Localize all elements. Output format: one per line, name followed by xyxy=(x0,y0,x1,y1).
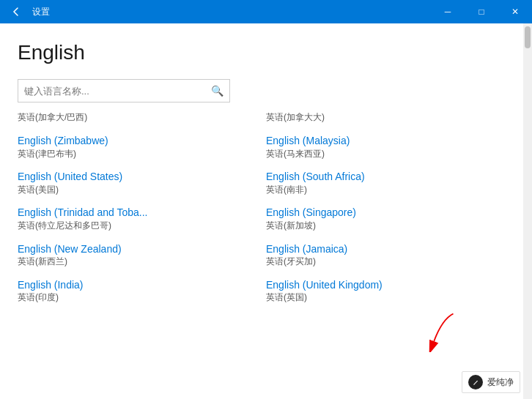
search-box[interactable]: 🔍 xyxy=(18,79,230,102)
list-item[interactable]: English (Singapore) 英语(新加坡) xyxy=(266,201,514,236)
list-item[interactable]: English (South Africa) 英语(南非) xyxy=(266,165,514,200)
main-content: English 🔍 英语(加拿大/巴西) 英语(加拿大大) English (Z… xyxy=(0,23,532,399)
lang-name-left[interactable]: English (India) xyxy=(18,278,260,293)
list-item[interactable]: English (Trinidad and Toba... 英语(特立尼达和多巴… xyxy=(18,201,266,236)
minimize-button[interactable]: ─ xyxy=(431,0,465,23)
maximize-button[interactable]: □ xyxy=(465,0,498,23)
scrollbar[interactable] xyxy=(523,23,532,399)
lang-native-left: 英语(新西兰) xyxy=(18,256,260,268)
watermark-text: 爱纯净 xyxy=(487,376,514,389)
list-item[interactable]: English (Jamaica) 英语(牙买加) xyxy=(266,238,514,272)
list-item[interactable]: English (United States) 英语(美国) xyxy=(18,165,266,200)
lang-name-left[interactable]: English (Zimbabwe) xyxy=(18,134,260,149)
list-item[interactable]: English (India) 英语(印度) xyxy=(18,274,266,308)
scroll-thumb[interactable] xyxy=(525,26,531,48)
list-item[interactable]: English (United Kingdom) 英语(英国) xyxy=(266,274,514,308)
lang-name-right[interactable]: English (United Kingdom) xyxy=(266,278,509,293)
window-controls: ─ □ ✕ xyxy=(431,0,532,23)
lang-native-left: 英语(特立尼达和多巴哥) xyxy=(18,220,260,232)
column-headers: 英语(加拿大/巴西) 英语(加拿大大) xyxy=(18,111,514,127)
table-row: English (United States) 英语(美国) English (… xyxy=(18,165,514,200)
lang-name-right[interactable]: English (Singapore) xyxy=(266,206,509,220)
table-row: English (New Zealand) 英语(新西兰) English (J… xyxy=(18,238,514,272)
lang-name-right[interactable]: English (Malaysia) xyxy=(266,134,509,149)
lang-native-right: 英语(南非) xyxy=(266,184,509,196)
table-row: English (Zimbabwe) 英语(津巴布韦) English (Mal… xyxy=(18,130,514,164)
back-button[interactable] xyxy=(6,1,26,22)
lang-native-right: 英语(英国) xyxy=(266,292,509,304)
lang-native-left: 英语(美国) xyxy=(18,184,260,196)
lang-native-right: 英语(牙买加) xyxy=(266,256,509,268)
lang-native-left: 英语(津巴布韦) xyxy=(18,149,260,160)
lang-native-left: 英语(印度) xyxy=(18,292,260,304)
col-header-right: 英语(加拿大大) xyxy=(266,111,514,124)
lang-name-right[interactable]: English (Jamaica) xyxy=(266,242,509,257)
watermark: ⟋ 爱纯净 xyxy=(462,371,520,393)
lang-name-left[interactable]: English (Trinidad and Toba... xyxy=(18,206,260,220)
table-row: English (Trinidad and Toba... 英语(特立尼达和多巴… xyxy=(18,201,514,236)
list-item[interactable]: English (New Zealand) 英语(新西兰) xyxy=(18,238,266,272)
table-row: English (India) 英语(印度) English (United K… xyxy=(18,274,514,308)
list-item[interactable]: English (Zimbabwe) 英语(津巴布韦) xyxy=(18,130,266,164)
lang-native-right: 英语(马来西亚) xyxy=(266,149,509,160)
watermark-logo: ⟋ xyxy=(468,375,483,389)
list-item[interactable]: English (Malaysia) 英语(马来西亚) xyxy=(266,130,514,164)
search-input[interactable] xyxy=(24,86,211,97)
lang-native-right: 英语(新加坡) xyxy=(266,220,509,232)
language-list: English (Zimbabwe) 英语(津巴布韦) English (Mal… xyxy=(18,130,514,399)
lang-name-right[interactable]: English (South Africa) xyxy=(266,170,509,184)
titlebar-title: 设置 xyxy=(32,6,431,18)
lang-name-left[interactable]: English (New Zealand) xyxy=(18,242,260,257)
lang-name-left[interactable]: English (United States) xyxy=(18,170,260,184)
titlebar: 设置 ─ □ ✕ xyxy=(0,0,532,23)
search-icon: 🔍 xyxy=(211,85,223,97)
page-title: English xyxy=(18,41,514,64)
col-header-left: 英语(加拿大/巴西) xyxy=(18,111,266,124)
close-button[interactable]: ✕ xyxy=(498,0,532,23)
